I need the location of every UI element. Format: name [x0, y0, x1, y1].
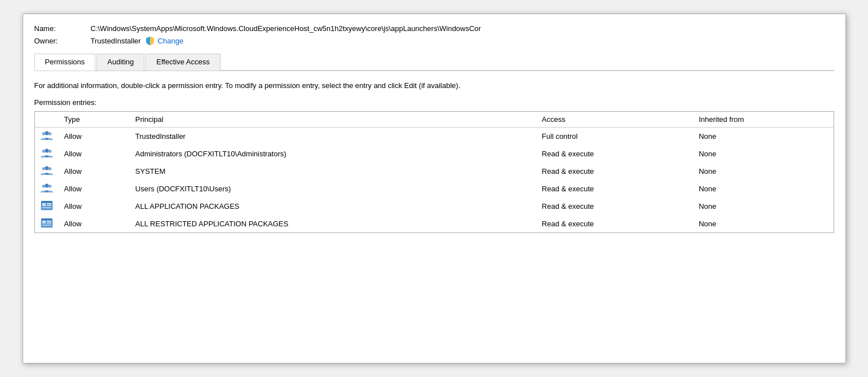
- name-value: C:\Windows\SystemApps\Microsoft.Windows.…: [91, 24, 481, 33]
- row-type: Allow: [59, 215, 130, 233]
- row-icon-cell: [34, 215, 59, 233]
- svg-rect-23: [41, 218, 52, 220]
- svg-point-9: [45, 183, 49, 187]
- col-type: Type: [59, 111, 130, 127]
- svg-rect-16: [42, 207, 51, 208]
- row-principal: ALL RESTRICTED APPLICATION PACKAGES: [130, 215, 536, 233]
- row-inherited: None: [693, 163, 834, 180]
- row-principal: TrustedInstaller: [130, 127, 536, 145]
- users-icon: [41, 148, 53, 158]
- svg-rect-19: [42, 221, 46, 223]
- change-link[interactable]: Change: [158, 37, 184, 45]
- name-row: Name: C:\Windows\SystemApps\Microsoft.Wi…: [34, 24, 834, 33]
- info-text: For additional information, double-click…: [34, 80, 834, 91]
- row-access: Read & execute: [536, 180, 693, 198]
- app-package-icon: [41, 218, 53, 228]
- col-inherited: Inherited from: [693, 111, 834, 127]
- svg-rect-21: [47, 222, 51, 223]
- row-type: Allow: [59, 127, 130, 145]
- row-inherited: None: [693, 180, 834, 198]
- table-row[interactable]: AllowALL APPLICATION PACKAGESRead & exec…: [34, 198, 834, 215]
- row-principal: Users (DOCFXITLT10\Users): [130, 180, 536, 198]
- row-principal: Administrators (DOCFXITLT10\Administrato…: [130, 145, 536, 163]
- col-access: Access: [536, 111, 693, 127]
- row-type: Allow: [59, 198, 130, 215]
- row-type: Allow: [59, 163, 130, 180]
- col-principal: Principal: [130, 111, 536, 127]
- svg-point-8: [48, 167, 51, 170]
- row-access: Read & execute: [536, 215, 693, 233]
- users-icon: [41, 183, 53, 193]
- table-row[interactable]: AllowSYSTEMRead & executeNone: [34, 163, 834, 180]
- security-dialog: Name: C:\Windows\SystemApps\Microsoft.Wi…: [23, 14, 846, 363]
- svg-rect-22: [42, 225, 51, 226]
- users-icon: [41, 130, 53, 141]
- table-row[interactable]: AllowUsers (DOCFXITLT10\Users)Read & exe…: [34, 180, 834, 198]
- svg-rect-13: [42, 203, 46, 206]
- owner-label: Owner:: [34, 37, 91, 45]
- row-icon-cell: [34, 127, 59, 145]
- row-access: Read & execute: [536, 145, 693, 163]
- shield-icon: [146, 36, 155, 45]
- table-header-row: Type Principal Access Inherited from: [34, 111, 834, 127]
- svg-point-6: [45, 166, 49, 170]
- row-inherited: None: [693, 145, 834, 163]
- row-icon-cell: [34, 145, 59, 163]
- row-icon-cell: [34, 180, 59, 198]
- svg-point-11: [48, 185, 51, 188]
- owner-value: TrustedInstaller: [91, 37, 141, 45]
- owner-row: Owner: TrustedInstaller Change: [34, 36, 834, 45]
- table-row[interactable]: AllowTrustedInstallerFull controlNone: [34, 127, 834, 145]
- svg-point-5: [48, 150, 51, 153]
- tab-auditing[interactable]: Auditing: [96, 54, 144, 71]
- svg-point-10: [42, 185, 45, 188]
- row-principal: SYSTEM: [130, 163, 536, 180]
- svg-rect-20: [47, 221, 51, 222]
- permissions-table: Type Principal Access Inherited from All…: [34, 111, 834, 233]
- row-inherited: None: [693, 198, 834, 215]
- svg-point-7: [42, 167, 45, 170]
- svg-rect-15: [47, 205, 51, 206]
- section-label: Permission entries:: [34, 98, 834, 107]
- svg-rect-17: [41, 201, 52, 203]
- users-icon: [41, 165, 53, 176]
- row-access: Read & execute: [536, 198, 693, 215]
- tabs-container: Permissions Auditing Effective Access: [34, 53, 834, 71]
- svg-point-4: [42, 150, 45, 153]
- row-type: Allow: [59, 145, 130, 163]
- col-icon: [34, 111, 59, 127]
- row-icon-cell: [34, 198, 59, 215]
- svg-point-1: [42, 132, 45, 135]
- table-row[interactable]: AllowAdministrators (DOCFXITLT10\Adminis…: [34, 145, 834, 163]
- svg-point-0: [45, 131, 49, 135]
- row-type: Allow: [59, 180, 130, 198]
- svg-point-2: [48, 132, 51, 135]
- row-inherited: None: [693, 127, 834, 145]
- name-label: Name:: [34, 24, 91, 33]
- svg-rect-14: [47, 203, 51, 204]
- tab-effective-access[interactable]: Effective Access: [146, 54, 220, 71]
- row-principal: ALL APPLICATION PACKAGES: [130, 198, 536, 215]
- row-access: Read & execute: [536, 163, 693, 180]
- row-inherited: None: [693, 215, 834, 233]
- row-access: Full control: [536, 127, 693, 145]
- tab-permissions[interactable]: Permissions: [34, 54, 96, 71]
- app-package-icon: [41, 200, 53, 211]
- row-icon-cell: [34, 163, 59, 180]
- table-row[interactable]: AllowALL RESTRICTED APPLICATION PACKAGES…: [34, 215, 834, 233]
- svg-point-3: [45, 148, 49, 152]
